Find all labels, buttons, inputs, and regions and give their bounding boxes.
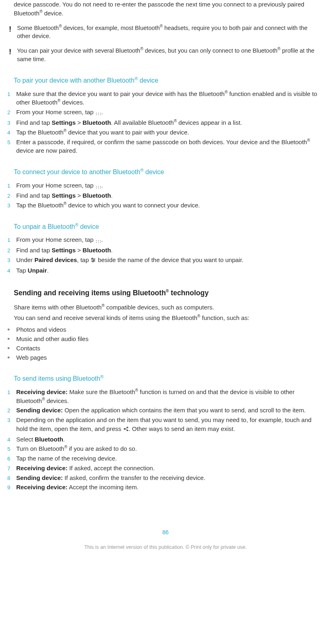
step-row: 1Receiving device: Make sure the Bluetoo… [7,388,320,405]
bullet-icon: • [7,353,16,361]
step-text: Sending device: Open the application whi… [16,406,320,415]
step-text: From your Home screen, tap ᎓᎓᎓. [16,235,320,245]
step-row: 3Under Paired devices, tap beside the na… [7,256,320,265]
step-text: Select Bluetooth. [16,435,320,444]
section-heading-send-receive: Sending and receiving items using Blueto… [14,288,320,298]
step-row: 4Tap the Bluetooth® device that you want… [7,128,320,137]
note-text: Some Bluetooth® devices, for example, mo… [17,23,320,41]
svg-point-7 [126,427,128,428]
step-number: 4 [7,128,16,137]
page-number: 86 [9,528,322,536]
step-text: Tap the Bluetooth® device to which you w… [16,201,320,210]
step-text: Tap the Bluetooth® device that you want … [16,128,320,137]
share-icon [123,425,129,434]
send-recv-para: Share items with other Bluetooth® compat… [14,303,320,312]
svg-rect-5 [93,261,94,262]
bullet-icon: • [7,335,16,343]
note-row: ! You can pair your device with several … [9,46,320,64]
step-row: 6Tap the name of the receiving device. [7,454,320,463]
step-row: 1From your Home screen, tap ᎓᎓᎓. [7,181,320,191]
step-row: 2Find and tap Settings > Bluetooth. [7,191,320,200]
step-row: 4Select Bluetooth. [7,435,320,444]
list-item: •Contacts [7,344,320,353]
step-text: Sending device: If asked, confirm the tr… [16,473,320,482]
step-text: Find and tap Settings > Bluetooth. All a… [16,118,320,127]
subheading-unpair: To unpair a Bluetooth® device [14,222,320,232]
subheading-send: To send items using Bluetooth® [14,374,320,384]
svg-line-10 [125,429,126,430]
apps-grid-icon: ᎓᎓᎓ [95,237,101,245]
connect-steps: 1From your Home screen, tap ᎓᎓᎓.2Find an… [14,181,320,210]
step-text: Under Paired devices, tap beside the nam… [16,256,320,265]
step-row: 1Make sure that the device you want to p… [7,90,320,107]
step-row: 2Find and tap Settings > Bluetooth. [7,246,320,255]
step-text: Make sure that the device you want to pa… [16,90,320,107]
step-number: 3 [7,256,16,264]
step-number: 9 [7,483,16,492]
subheading-connect: To connect your device to another Blueto… [14,167,320,177]
step-text: From your Home screen, tap ᎓᎓᎓. [16,108,320,117]
list-item: •Photos and videos [7,325,320,334]
svg-point-6 [124,428,125,429]
subheading-pair: To pair your device with another Bluetoo… [14,76,320,85]
step-text: Tap the name of the receiving device. [16,454,320,463]
step-number: 5 [7,444,16,453]
step-number: 3 [7,416,16,424]
bullet-text: Web pages [16,353,320,362]
step-number: 2 [7,406,16,415]
step-row: 2From your Home screen, tap ᎓᎓᎓. [7,108,320,117]
step-number: 4 [7,435,16,444]
apps-grid-icon: ᎓᎓᎓ [95,183,101,191]
bullet-text: Music and other audio files [16,335,320,343]
bullet-icon: • [7,325,16,333]
pair-steps: 1Make sure that the device you want to p… [14,90,320,155]
info-icon: ! [9,46,17,57]
svg-point-8 [126,430,128,431]
intro-paragraph: device passcode. You do not need to re-e… [14,0,320,18]
step-text: Depending on the application and on the … [16,416,320,434]
unpair-steps: 1From your Home screen, tap ᎓᎓᎓.2Find an… [14,235,320,275]
step-row: 3Find and tap Settings > Bluetooth. All … [7,118,320,127]
info-icon: ! [9,23,17,34]
step-number: 7 [7,464,16,473]
step-text: Receiving device: Make sure the Bluetoot… [16,388,320,405]
step-row: 8Sending device: If asked, confirm the t… [7,473,320,482]
bullet-text: Photos and videos [16,325,320,334]
step-number: 1 [7,181,16,190]
step-row: 2Sending device: Open the application wh… [7,406,320,415]
sliders-icon [90,256,96,265]
step-number: 4 [7,266,16,275]
step-text: Enter a passcode, if required, or confir… [16,138,320,156]
step-number: 1 [7,90,16,98]
note-row: ! Some Bluetooth® devices, for example, … [9,23,320,41]
send-steps: 1Receiving device: Make sure the Bluetoo… [14,388,320,492]
step-number: 8 [7,473,16,482]
send-recv-para: You can send and receive several kinds o… [14,313,320,322]
list-item: •Web pages [7,353,320,362]
step-number: 2 [7,246,16,255]
svg-rect-3 [92,258,93,259]
step-row: 1From your Home screen, tap ᎓᎓᎓. [7,235,320,245]
step-row: 3Tap the Bluetooth® device to which you … [7,201,320,210]
step-number: 3 [7,118,16,127]
step-number: 1 [7,388,16,397]
step-row: 5Enter a passcode, if required, or confi… [7,138,320,156]
footer-text: This is an Internet version of this publ… [9,544,322,551]
step-text: Receiving device: If asked, accept the c… [16,464,320,473]
step-text: Find and tap Settings > Bluetooth. [16,191,320,200]
step-row: 9Receiving device: Accept the incoming i… [7,483,320,492]
bullet-list: •Photos and videos•Music and other audio… [14,325,320,362]
step-row: 4Tap Unpair. [7,266,320,275]
step-row: 3Depending on the application and on the… [7,416,320,434]
step-text: Receiving device: Accept the incoming it… [16,483,320,492]
step-number: 1 [7,235,16,244]
bullet-icon: • [7,344,16,352]
footer: 86 This is an Internet version of this p… [9,528,322,551]
step-row: 5Turn on Bluetooth® if you are asked to … [7,444,320,453]
step-number: 2 [7,191,16,200]
list-item: •Music and other audio files [7,335,320,343]
step-text: Find and tap Settings > Bluetooth. [16,246,320,255]
step-number: 3 [7,201,16,210]
note-text: You can pair your device with several Bl… [17,46,320,64]
apps-grid-icon: ᎓᎓᎓ [95,110,101,117]
